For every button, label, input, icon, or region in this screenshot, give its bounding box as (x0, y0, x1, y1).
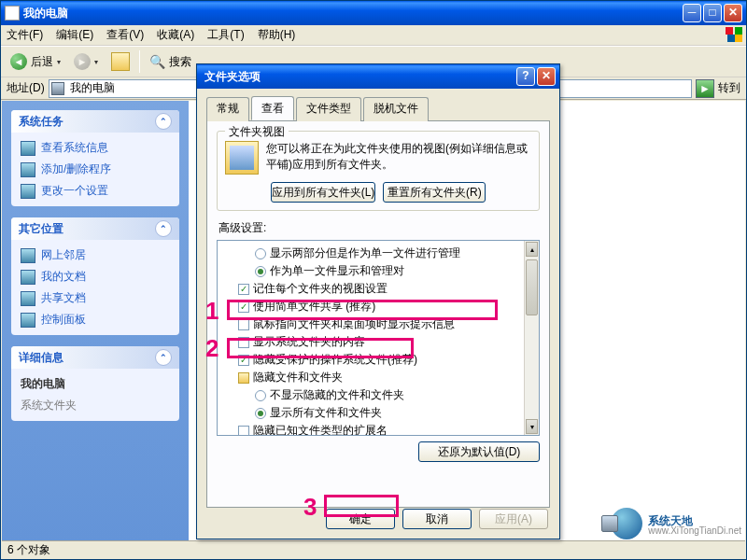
link-system-info[interactable]: 查看系统信息 (21, 140, 170, 156)
dialog-titlebar[interactable]: 文件夹选项 ? ✕ (197, 64, 559, 89)
up-button[interactable] (107, 50, 134, 73)
tree-item-label: 不显示隐藏的文件和文件夹 (270, 387, 404, 403)
shared-icon (21, 291, 35, 306)
tab-general[interactable]: 常规 (206, 97, 249, 121)
dialog-body: 常规 查看 文件类型 脱机文件 文件夹视图 您可以将正在为此文件夹使用的视图(例… (197, 89, 559, 515)
tree-item[interactable]: 作为单一文件显示和管理对 (221, 262, 535, 280)
tree-item-label: 使用简单文件共享 (推荐) (253, 299, 375, 315)
link-control-panel[interactable]: 控制面板 (21, 312, 170, 328)
folder-views-group: 文件夹视图 您可以将正在为此文件夹使用的视图(例如详细信息或平铺)应用到所有文件… (217, 131, 540, 211)
tree-item[interactable]: 显示两部分但是作为单一文件进行管理 (221, 245, 535, 262)
minimize-button[interactable]: ─ (683, 4, 701, 22)
settings-icon (21, 184, 35, 199)
apply-button[interactable]: 应用(A) (479, 509, 548, 529)
documents-icon (21, 270, 35, 285)
folder-up-icon (111, 52, 130, 71)
menu-help[interactable]: 帮助(H) (258, 27, 296, 43)
info-icon (21, 141, 35, 156)
network-icon (21, 248, 35, 263)
panel-title: 详细信息 (19, 350, 63, 366)
scroll-up-icon[interactable]: ▴ (526, 242, 538, 257)
globe-icon (611, 508, 642, 539)
tree-item[interactable]: 不显示隐藏的文件和文件夹 (221, 386, 535, 404)
scrollbar[interactable]: ▴ ▾ (524, 241, 539, 435)
checkbox-icon[interactable] (238, 319, 249, 330)
tree-item[interactable]: 隐藏文件和文件夹 (221, 369, 535, 386)
radio-icon[interactable] (255, 390, 266, 401)
back-button[interactable]: ◄ 后退 ▾ (7, 51, 64, 72)
forward-arrow-icon: ► (74, 53, 91, 70)
watermark: 系统天地 www.XiTongTianDi.net (611, 508, 741, 539)
watermark-url: www.XiTongTianDi.net (648, 526, 741, 536)
panel-header[interactable]: 其它位置 ⌃ (11, 217, 179, 240)
forward-button[interactable]: ► ▾ (70, 51, 102, 72)
close-button[interactable]: ✕ (724, 4, 742, 22)
detail-name: 我的电脑 (21, 376, 170, 392)
radio-icon[interactable] (255, 266, 266, 277)
link-documents[interactable]: 我的文档 (21, 269, 170, 285)
menu-edit[interactable]: 编辑(E) (56, 27, 93, 43)
link-shared[interactable]: 共享文档 (21, 290, 170, 306)
address-label: 地址(D) (7, 80, 45, 96)
checkbox-icon[interactable] (238, 301, 249, 313)
tree-item[interactable]: 记住每个文件夹的视图设置 (221, 280, 535, 298)
tree-item[interactable]: 隐藏受保护的操作系统文件(推荐) (221, 351, 535, 369)
panel-details: 详细信息 ⌃ 我的电脑 系统文件夹 (11, 346, 179, 421)
menu-tools[interactable]: 工具(T) (207, 27, 244, 43)
link-change-setting[interactable]: 更改一个设置 (21, 183, 170, 199)
advanced-tree[interactable]: 显示两部分但是作为单一文件进行管理作为单一文件显示和管理对记住每个文件夹的视图设… (217, 240, 540, 436)
folder-views-text: 您可以将正在为此文件夹使用的视图(例如详细信息或平铺)应用到所有文件夹。 (266, 141, 531, 173)
ok-button[interactable]: 确定 (326, 509, 395, 529)
tab-view[interactable]: 查看 (251, 96, 294, 120)
panel-title: 其它位置 (19, 221, 63, 237)
tree-item[interactable]: 显示所有文件和文件夹 (221, 404, 535, 422)
chevron-up-icon: ⌃ (155, 349, 172, 366)
folder-options-dialog: 文件夹选项 ? ✕ 常规 查看 文件类型 脱机文件 文件夹视图 您可以将正在为此… (196, 63, 560, 539)
tasks-sidebar: 系统任务 ⌃ 查看系统信息 添加/删除程序 更改一个设置 其它位置 ⌃ 网上邻居… (2, 101, 189, 540)
dialog-close-button[interactable]: ✕ (537, 67, 556, 86)
scroll-down-icon[interactable]: ▾ (526, 419, 538, 434)
search-button[interactable]: 🔍 搜索 (146, 52, 195, 72)
checkbox-icon[interactable] (238, 284, 249, 295)
annotation-number-3: 3 (303, 493, 317, 522)
go-label: 转到 (718, 80, 740, 96)
control-panel-icon (21, 313, 35, 328)
link-network[interactable]: 网上邻居 (21, 247, 170, 263)
panel-header[interactable]: 详细信息 ⌃ (11, 346, 179, 369)
advanced-label: 高级设置: (218, 220, 540, 236)
help-button[interactable]: ? (516, 67, 535, 86)
reset-all-button[interactable]: 重置所有文件夹(R) (383, 182, 486, 203)
checkbox-icon[interactable] (238, 355, 249, 366)
radio-icon[interactable] (255, 408, 266, 419)
panel-other-places: 其它位置 ⌃ 网上邻居 我的文档 共享文档 控制面板 (11, 217, 179, 335)
apply-all-button[interactable]: 应用到所有文件夹(L) (271, 182, 376, 203)
menu-view[interactable]: 查看(V) (106, 27, 144, 43)
panel-header[interactable]: 系统任务 ⌃ (11, 110, 179, 133)
menu-favorites[interactable]: 收藏(A) (157, 27, 194, 43)
tree-item[interactable]: 鼠标指向文件夹和桌面项时显示提示信息 (221, 315, 535, 333)
main-titlebar[interactable]: 我的电脑 ─ □ ✕ (1, 1, 746, 25)
status-text: 6 个对象 (7, 542, 50, 558)
go-button[interactable]: ► (696, 79, 714, 98)
search-icon: 🔍 (149, 54, 165, 69)
tab-offline[interactable]: 脱机文件 (363, 97, 429, 121)
maximize-button[interactable]: □ (703, 4, 722, 22)
menu-file[interactable]: 文件(F) (7, 27, 43, 43)
link-add-remove[interactable]: 添加/删除程序 (21, 161, 170, 177)
tab-strip: 常规 查看 文件类型 脱机文件 (206, 96, 550, 121)
tree-item-label: 记住每个文件夹的视图设置 (253, 281, 388, 297)
panel-system-tasks: 系统任务 ⌃ 查看系统信息 添加/删除程序 更改一个设置 (11, 110, 179, 206)
tab-content: 文件夹视图 您可以将正在为此文件夹使用的视图(例如详细信息或平铺)应用到所有文件… (206, 121, 550, 508)
tree-item[interactable]: 使用简单文件共享 (推荐) (221, 298, 535, 315)
restore-defaults-button[interactable]: 还原为默认值(D) (418, 441, 540, 462)
tree-item[interactable]: 显示系统文件夹的内容 (221, 333, 535, 351)
tree-item-label: 显示所有文件和文件夹 (270, 405, 382, 421)
back-label: 后退 (31, 54, 53, 70)
tree-item[interactable]: 隐藏已知文件类型的扩展名 (221, 422, 535, 436)
checkbox-icon[interactable] (238, 337, 249, 348)
tab-filetypes[interactable]: 文件类型 (296, 97, 361, 121)
checkbox-icon[interactable] (238, 426, 249, 437)
scroll-thumb[interactable] (526, 259, 538, 315)
cancel-button[interactable]: 取消 (402, 509, 472, 529)
radio-icon[interactable] (255, 248, 266, 259)
